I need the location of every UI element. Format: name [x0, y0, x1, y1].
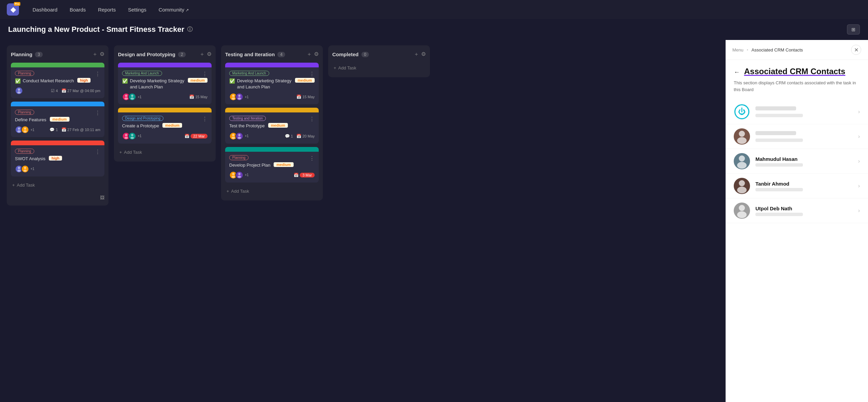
card-title: Conduct Market Research: [23, 78, 74, 84]
card-footer: +1 📅 15 May: [122, 93, 208, 101]
card-menu-icon[interactable]: ⋮: [309, 71, 315, 77]
avatar-count: +1: [245, 173, 249, 177]
card-menu-icon[interactable]: ⋮: [95, 71, 100, 77]
svg-point-15: [124, 136, 128, 139]
card-testing-0[interactable]: Marketing And Launch ⋮ ✅ Develop Marketi…: [225, 63, 319, 104]
column-title-group: Testing and Iteration 4: [225, 51, 285, 57]
card-title: Test the Prototype: [229, 123, 265, 129]
card-design-1[interactable]: Design and Prototyping ⋮ Create a Protot…: [118, 108, 212, 143]
breadcrumb-menu: Menu: [732, 47, 744, 52]
svg-point-29: [238, 175, 241, 178]
svg-point-12: [131, 95, 134, 97]
contact-item-1[interactable]: ›: [726, 124, 868, 149]
svg-point-33: [737, 162, 747, 169]
card-tag: Planning: [15, 110, 34, 115]
nav-community[interactable]: Community: [153, 4, 194, 15]
contact-avatar-1: [734, 128, 750, 145]
screenshot-btn[interactable]: 🖼: [11, 194, 104, 202]
settings-column-icon[interactable]: ⚙: [207, 51, 212, 58]
panel-back-button[interactable]: ←: [734, 69, 740, 76]
add-column-icon[interactable]: ＋: [199, 51, 205, 58]
nav-links: Dashboard Boards Reports Settings Commun…: [27, 4, 194, 15]
card-design-0[interactable]: Marketing And Launch ⋮ ✅ Develop Marketi…: [118, 63, 212, 104]
svg-point-37: [737, 211, 747, 218]
svg-point-25: [238, 136, 241, 139]
column-count: 2: [178, 52, 186, 57]
card-footer: +1 📅 15 May: [229, 93, 315, 101]
avatar-2: [128, 132, 136, 140]
card-meta: 💬1 📅 27 Feb @ 10:11 am: [50, 127, 100, 132]
calendar-icon: 📅: [294, 173, 299, 177]
svg-point-19: [232, 98, 235, 100]
card-banner: [118, 63, 212, 67]
card-title: Develop Project Plan: [229, 162, 270, 168]
settings-column-icon[interactable]: ⚙: [100, 51, 104, 58]
date-meta: 📅 22 Mar: [184, 134, 208, 139]
card-avatars: +1: [229, 93, 249, 101]
nav-boards[interactable]: Boards: [64, 4, 91, 15]
card-title: Define Features: [15, 117, 46, 123]
card-title-row: ✅ Conduct Market Research high: [15, 78, 100, 84]
add-column-icon[interactable]: ＋: [414, 51, 419, 58]
card-title-row: Test the Prototype medium: [229, 123, 315, 129]
page-title: Launching a New Product - Smart Fitness …: [8, 25, 193, 34]
column-header-design: Design and Prototyping 2 ＋ ⚙: [118, 49, 212, 59]
check-icon: ✅: [15, 78, 21, 84]
avatar-count: +1: [138, 134, 141, 138]
nav-settings[interactable]: Settings: [122, 4, 152, 15]
nav-dashboard[interactable]: Dashboard: [27, 4, 63, 15]
card-planning-1[interactable]: Planning ⋮ Define Features medium: [11, 102, 104, 137]
panel-close-button[interactable]: ✕: [851, 45, 861, 55]
view-toggle-button[interactable]: ⊞: [847, 24, 860, 35]
contact-item-2[interactable]: Mahmudul Hasan ›: [726, 149, 868, 174]
card-menu-icon[interactable]: ⋮: [309, 116, 315, 122]
card-planning-2[interactable]: Planning ⋮ SWOT Analysis high: [11, 141, 104, 176]
contact-item-0[interactable]: ⏻ ›: [726, 100, 868, 124]
card-menu-icon[interactable]: ⋮: [95, 149, 100, 155]
add-column-icon[interactable]: ＋: [92, 51, 98, 58]
pro-badge: Pro: [14, 2, 20, 6]
card-title-row: Develop Project Plan medium: [229, 162, 315, 168]
card-testing-2[interactable]: Planning ⋮ Develop Project Plan medium: [225, 147, 319, 183]
avatar-2: [21, 126, 29, 134]
svg-point-14: [125, 134, 127, 136]
priority-badge: medium: [268, 123, 288, 128]
card-menu-icon[interactable]: ⋮: [309, 155, 315, 162]
card-testing-1[interactable]: Testing and Iteration ⋮ Test the Prototy…: [225, 108, 319, 143]
crm-power-icon: ⏻: [734, 104, 749, 119]
avatar: [15, 87, 23, 95]
card-planning-0[interactable]: Planning ⋮ ✅ Conduct Market Research hig…: [11, 63, 104, 98]
card-tag: Design and Prototyping: [122, 116, 163, 121]
settings-column-icon[interactable]: ⚙: [314, 51, 319, 58]
card-avatars: +1: [15, 126, 34, 134]
contact-name-2: Mahmudul Hasan: [755, 156, 858, 162]
add-task-button-completed[interactable]: + Add Task: [332, 63, 426, 73]
add-task-button-testing[interactable]: + Add Task: [225, 186, 319, 196]
card-menu-icon[interactable]: ⋮: [95, 110, 100, 116]
nav-reports[interactable]: Reports: [93, 4, 121, 15]
info-icon[interactable]: ⓘ: [187, 26, 193, 33]
panel-header: ← Associated CRM Contacts This section d…: [726, 60, 868, 96]
contact-item-3[interactable]: Tanbir Ahmod ›: [726, 174, 868, 198]
date-text: 27 Mar @ 04:00 pm: [67, 89, 100, 93]
settings-column-icon[interactable]: ⚙: [421, 51, 426, 58]
contact-item-4[interactable]: Utpol Deb Nath ›: [726, 198, 868, 223]
contact-detail-0: [755, 114, 803, 117]
card-body: Design and Prototyping ⋮ Create a Protot…: [118, 112, 212, 143]
svg-point-35: [737, 187, 747, 193]
card-menu-icon[interactable]: ⋮: [202, 116, 208, 122]
card-footer: +1 💬1 📅 20 May: [229, 132, 315, 140]
add-task-button-planning[interactable]: + Add Task: [11, 180, 104, 190]
svg-point-31: [737, 137, 747, 144]
contact-name-4: Utpol Deb Nath: [755, 206, 858, 211]
app-logo[interactable]: ◆ Pro: [7, 3, 19, 16]
chevron-right-icon: ›: [858, 109, 860, 115]
card-menu-icon[interactable]: ⋮: [202, 71, 208, 77]
add-column-icon[interactable]: ＋: [307, 51, 312, 58]
avatar-count: +1: [245, 95, 249, 99]
card-body: Testing and Iteration ⋮ Test the Prototy…: [225, 112, 319, 143]
side-panel: Menu • Associated CRM Contacts ✕ ← Assoc…: [726, 40, 868, 402]
priority-badge: medium: [50, 117, 70, 122]
svg-point-9: [23, 169, 27, 172]
add-task-button-design[interactable]: + Add Task: [118, 147, 212, 157]
